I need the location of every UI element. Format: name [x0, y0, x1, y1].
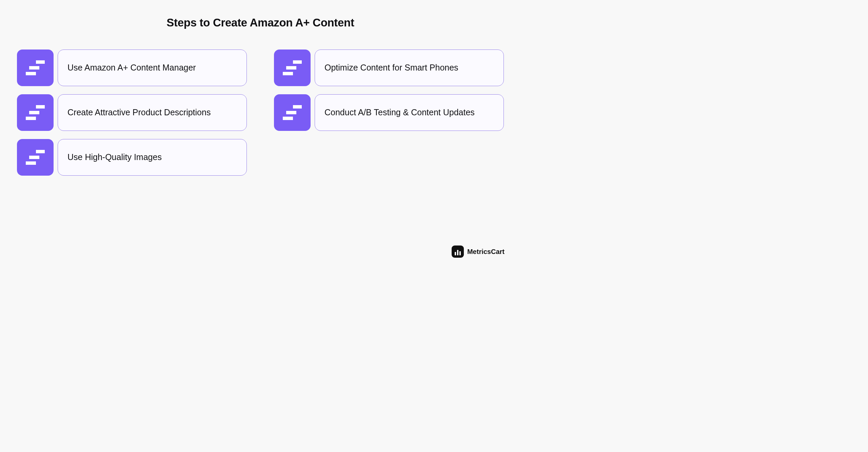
step-item: Create Attractive Product Descriptions	[17, 94, 247, 131]
step-label: Create Attractive Product Descriptions	[67, 107, 211, 118]
steps-columns: Use Amazon A+ Content Manager Create Att…	[0, 29, 521, 176]
step-label: Conduct A/B Testing & Content Updates	[324, 107, 475, 118]
step-label: Optimize Content for Smart Phones	[324, 62, 458, 74]
left-column: Use Amazon A+ Content Manager Create Att…	[17, 50, 247, 176]
step-card: Conduct A/B Testing & Content Updates	[315, 94, 504, 131]
step-icon-box	[17, 50, 54, 86]
step-item: Conduct A/B Testing & Content Updates	[274, 94, 504, 131]
step-card: Use Amazon A+ Content Manager	[58, 50, 247, 86]
page-title: Steps to Create Amazon A+ Content	[0, 0, 521, 29]
step-icon-box	[17, 94, 54, 131]
brand-name: MetricsCart	[467, 248, 505, 256]
step-card: Create Attractive Product Descriptions	[58, 94, 247, 131]
step-item: Optimize Content for Smart Phones	[274, 50, 504, 86]
step-label: Use High-Quality Images	[67, 152, 162, 163]
stairs-icon	[283, 60, 302, 75]
step-icon-box	[274, 94, 311, 131]
brand-logo: MetricsCart	[452, 245, 505, 258]
bar-chart-icon	[452, 245, 464, 258]
step-item: Use High-Quality Images	[17, 139, 247, 176]
step-icon-box	[274, 50, 311, 86]
stairs-icon	[26, 105, 45, 120]
stairs-icon	[26, 150, 45, 165]
step-item: Use Amazon A+ Content Manager	[17, 50, 247, 86]
step-icon-box	[17, 139, 54, 176]
right-column: Optimize Content for Smart Phones Conduc…	[274, 50, 504, 131]
step-card: Use High-Quality Images	[58, 139, 247, 176]
step-card: Optimize Content for Smart Phones	[315, 50, 504, 86]
step-label: Use Amazon A+ Content Manager	[67, 62, 196, 74]
stairs-icon	[283, 105, 302, 120]
stairs-icon	[26, 60, 45, 75]
